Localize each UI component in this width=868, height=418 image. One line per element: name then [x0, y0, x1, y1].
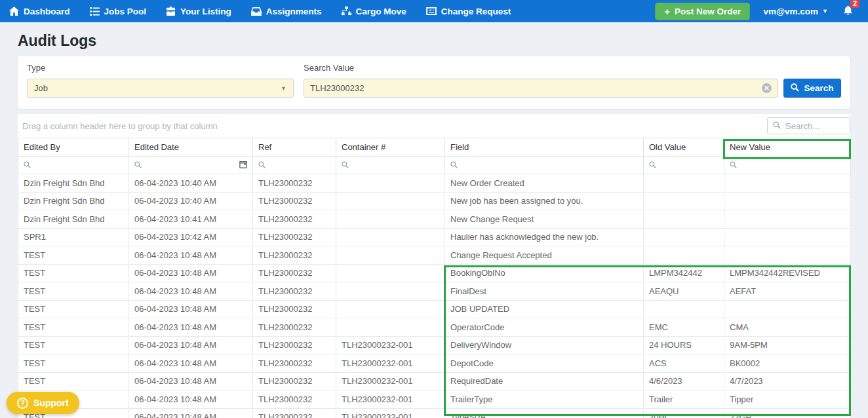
search-icon [450, 159, 458, 171]
post-new-order-button[interactable]: + Post New Order [655, 3, 750, 20]
table-cell: 06-04-2023 10:48 AM [129, 246, 253, 265]
filter-new-value[interactable] [724, 157, 851, 174]
table-cell: TLH23000232-001 [336, 336, 445, 354]
search-button-label: Search [804, 83, 833, 93]
support-label: Support [33, 398, 69, 408]
user-menu[interactable]: vm@vm.com ▼ [763, 7, 828, 16]
table-cell: New job has been assigned to you. [445, 192, 644, 210]
table-cell: OperatorCode [445, 318, 644, 337]
filter-old-value[interactable] [644, 157, 724, 174]
type-select[interactable]: Job ▼ [27, 79, 294, 98]
table-cell [336, 228, 445, 246]
notifications-button[interactable]: 2 [842, 5, 854, 18]
table-row[interactable]: TEST06-04-2023 10:48 AMTLH23000232Operat… [18, 318, 851, 337]
bell-icon [842, 7, 854, 18]
table-cell: TLH23000232 [253, 174, 336, 193]
table-cell: TLH23000232 [253, 390, 336, 409]
column-header-ref[interactable]: Ref [253, 138, 336, 157]
calendar-icon[interactable] [239, 159, 247, 171]
table-cell: Dzin Freight Sdn Bhd [18, 210, 129, 229]
table-cell: TLH23000232-001 [336, 408, 445, 418]
column-header-edited-date[interactable]: Edited Date [129, 138, 253, 157]
table-row[interactable]: Dzin Freight Sdn Bhd06-04-2023 10:40 AMT… [18, 192, 851, 210]
type-select-value: Job [34, 83, 48, 93]
column-header-container[interactable]: Container # [336, 138, 445, 157]
filter-ref[interactable] [253, 157, 336, 174]
table-row[interactable]: TEST06-04-2023 10:48 AMTLH23000232TLH230… [18, 372, 851, 390]
table-cell: BookingOblNo [445, 264, 644, 282]
nav-change-request[interactable]: Change Request [426, 7, 511, 16]
column-header-edited-by[interactable]: Edited By [18, 138, 129, 157]
table-cell: LMPM342442 [644, 264, 724, 282]
table-cell [336, 300, 445, 318]
table-cell [644, 192, 724, 210]
table-cell: TEST [18, 318, 129, 337]
column-header-new-value[interactable]: New Value [724, 138, 851, 157]
filter-field[interactable] [445, 157, 644, 174]
table-cell: TLH23000232 [253, 372, 336, 390]
table-cell: TEST [18, 246, 129, 265]
grid-search-placeholder: Search... [785, 121, 819, 131]
nav-your-listing[interactable]: Your Listing [166, 7, 231, 16]
nav-cargo-move[interactable]: Cargo Move [342, 7, 406, 16]
table-row[interactable]: TEST06-04-2023 10:48 AMTLH23000232TLH230… [18, 390, 851, 409]
table-row[interactable]: TEST06-04-2023 10:48 AMTLH23000232TLH230… [18, 354, 851, 373]
filter-edited-date[interactable] [129, 157, 253, 174]
table-row[interactable]: TEST06-04-2023 10:48 AMTLH23000232Change… [18, 246, 851, 265]
briefcase-icon [166, 7, 176, 16]
support-button[interactable]: ? Support [7, 392, 79, 414]
money-check-icon [426, 7, 437, 15]
plus-icon: + [664, 7, 670, 16]
table-cell [336, 192, 445, 210]
table-cell: 06-04-2023 10:41 AM [129, 210, 253, 229]
clear-input-icon[interactable]: ✕ [762, 83, 772, 93]
table-cell: TLH23000232-001 [336, 354, 445, 373]
table-cell: 06-04-2023 10:42 AM [129, 228, 253, 246]
nav-dashboard[interactable]: Dashboard [9, 7, 70, 16]
table-cell: TLH23000232-001 [336, 372, 445, 390]
table-row[interactable]: Dzin Freight Sdn Bhd06-04-2023 10:41 AMT… [18, 210, 851, 229]
filter-panel: Type Job ▼ Search Value TLH23000232 ✕ Se… [18, 56, 850, 109]
table-cell: AEFAT [724, 282, 851, 301]
search-value-input[interactable]: TLH23000232 ✕ [304, 79, 778, 98]
table-cell [724, 174, 851, 193]
search-icon [24, 159, 31, 171]
table-cell: TLH23000232 [253, 264, 336, 282]
table-row[interactable]: TEST06-04-2023 10:48 AMTLH23000232FinalD… [18, 282, 851, 301]
table-row[interactable]: Dzin Freight Sdn Bhd06-04-2023 10:40 AMT… [18, 174, 851, 193]
table-cell: TLH23000232 [253, 228, 336, 246]
sitemap-icon [342, 7, 351, 16]
inbox-icon [251, 7, 262, 16]
group-panel: Drag a column header here to group by th… [18, 114, 850, 138]
table-cell: TypeSize [445, 408, 644, 418]
audit-log-table: Edited By Edited Date Ref Container # Fi… [18, 138, 851, 418]
table-cell: TLH23000232 [253, 210, 336, 229]
group-panel-hint: Drag a column header here to group by th… [22, 121, 218, 131]
table-row[interactable]: SPR106-04-2023 10:42 AMTLH23000232Haulie… [18, 228, 851, 246]
column-header-old-value[interactable]: Old Value [644, 138, 724, 157]
table-cell [336, 246, 445, 265]
table-cell: 06-04-2023 10:48 AM [129, 318, 253, 337]
table-cell [336, 264, 445, 282]
table-cell: TLH23000232 [253, 282, 336, 301]
table-row[interactable]: TEST06-04-2023 10:48 AMTLH23000232JOB UP… [18, 300, 851, 318]
table-row[interactable]: TEST06-04-2023 10:48 AMTLH23000232TLH230… [18, 408, 851, 418]
search-icon [649, 159, 656, 171]
table-cell: TLH23000232 [253, 408, 336, 418]
table-row[interactable]: TEST06-04-2023 10:48 AMTLH23000232Bookin… [18, 264, 851, 282]
table-cell: 06-04-2023 10:48 AM [129, 300, 253, 318]
table-cell: DepotCode [445, 354, 644, 373]
table-cell: 24 HOURS [644, 336, 724, 354]
table-row[interactable]: TEST06-04-2023 10:48 AMTLH23000232TLH230… [18, 336, 851, 354]
column-header-field[interactable]: Field [445, 138, 644, 157]
table-cell: Dzin Freight Sdn Bhd [18, 174, 129, 193]
search-button[interactable]: Search [783, 79, 841, 98]
table-cell [336, 210, 445, 229]
filter-container[interactable] [336, 157, 445, 174]
grid-search-input[interactable]: Search... [767, 117, 850, 134]
nav-assignments[interactable]: Assignments [251, 7, 322, 16]
table-cell: 06-04-2023 10:48 AM [129, 390, 253, 409]
table-cell: Haulier has acknowledged the new job. [445, 228, 644, 246]
nav-jobs-pool[interactable]: Jobs Pool [90, 7, 147, 16]
filter-edited-by[interactable] [18, 157, 129, 174]
